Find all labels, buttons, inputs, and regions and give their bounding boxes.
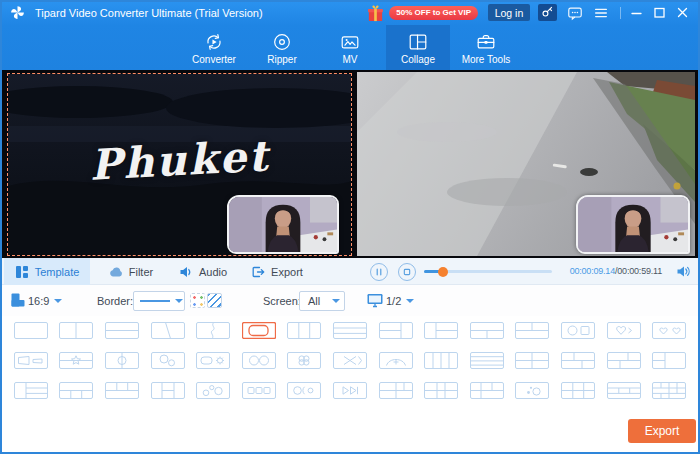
stop-button[interactable] <box>398 263 416 281</box>
template-option-20-gear[interactable] <box>196 352 230 369</box>
page-caret-icon[interactable] <box>406 299 414 303</box>
nav-tab-collage[interactable]: Collage <box>386 25 450 70</box>
maximize-button[interactable] <box>652 5 667 20</box>
nav-tab-mv[interactable]: MV <box>318 25 382 70</box>
audio-speaker-icon <box>179 265 193 279</box>
webcam-overlay[interactable] <box>227 195 339 254</box>
template-option-43-g32[interactable] <box>561 382 595 399</box>
volume-icon[interactable] <box>676 264 691 279</box>
template-option-42-dots[interactable] <box>515 382 549 399</box>
template-option-39-gr3[interactable] <box>379 382 413 399</box>
tab-audio[interactable]: Audio <box>172 258 234 285</box>
template-option-9-l2r1[interactable] <box>379 322 413 339</box>
tab-label: Template <box>35 266 80 278</box>
template-option-16-traps[interactable] <box>14 352 48 369</box>
template-option-18-circv[interactable] <box>105 352 139 369</box>
webcam-overlay[interactable] <box>576 195 690 254</box>
border-label: Border: <box>97 295 133 307</box>
template-option-41-mix[interactable] <box>470 382 504 399</box>
tab-label: Audio <box>199 266 227 278</box>
nav-tab-converter[interactable]: Converter <box>182 25 246 70</box>
template-option-38-arr2[interactable] <box>333 382 367 399</box>
template-option-34-mid[interactable] <box>151 382 185 399</box>
login-button[interactable]: Log in <box>488 4 530 21</box>
template-option-40-g32a[interactable] <box>424 382 458 399</box>
template-option-28-g22a[interactable] <box>561 352 595 369</box>
template-option-13-circsq[interactable] <box>561 322 595 339</box>
feedback-icon[interactable] <box>567 5 583 21</box>
nav-tab-more-tools[interactable]: More Tools <box>454 25 518 70</box>
template-option-8-h3[interactable] <box>333 322 367 339</box>
template-option-22-clover[interactable] <box>287 352 321 369</box>
template-option-35-ooo[interactable] <box>196 382 230 399</box>
template-option-21-OO[interactable] <box>242 352 276 369</box>
template-option-37-obo[interactable] <box>287 382 321 399</box>
template-option-27-g22[interactable] <box>515 352 549 369</box>
template-option-11-t1b2[interactable] <box>470 322 504 339</box>
template-option-3-h2[interactable] <box>105 322 139 339</box>
menu-icon[interactable] <box>593 5 609 21</box>
titlebar-divider <box>620 7 621 19</box>
template-option-30-l2big[interactable] <box>652 352 686 369</box>
nav-tab-label: Converter <box>192 55 236 65</box>
template-option-33-t3[interactable] <box>105 382 139 399</box>
page-indicator: 1/2 <box>386 295 401 307</box>
tab-export[interactable]: Export <box>244 258 310 285</box>
template-option-36-sq3[interactable] <box>242 382 276 399</box>
template-option-10-l1r2[interactable] <box>424 322 458 339</box>
template-option-44-h3m[interactable] <box>607 382 641 399</box>
template-option-19-oo[interactable] <box>151 352 185 369</box>
window-title: Tipard Video Converter Ultimate (Trial V… <box>35 7 263 19</box>
nav-tab-ripper[interactable]: Ripper <box>250 25 314 70</box>
template-option-6-pip[interactable] <box>242 322 276 339</box>
register-key-button[interactable] <box>538 4 557 21</box>
minimize-button[interactable] <box>629 5 644 20</box>
template-option-45-cx[interactable] <box>652 382 686 399</box>
border-color-button[interactable] <box>190 293 205 308</box>
template-option-15-hearts[interactable] <box>652 322 686 339</box>
template-option-7-v3[interactable] <box>287 322 321 339</box>
nav-tab-label: Collage <box>401 55 435 65</box>
border-pattern-button[interactable] <box>207 293 222 308</box>
template-option-32-b3[interactable] <box>59 382 93 399</box>
aspect-ratio-value[interactable]: 16:9 <box>28 295 49 307</box>
template-option-2-v2[interactable] <box>59 322 93 339</box>
template-option-1-blank[interactable] <box>14 322 48 339</box>
key-icon <box>541 5 554 21</box>
aspect-caret-icon[interactable] <box>54 299 62 303</box>
tab-template[interactable]: Template <box>4 258 90 285</box>
more-tools-icon <box>475 31 497 53</box>
tab-filter[interactable]: Filter <box>100 258 162 285</box>
tab-label: Filter <box>129 266 153 278</box>
close-button[interactable] <box>675 5 690 20</box>
screen-dropdown[interactable]: All <box>299 291 345 311</box>
progress-knob[interactable] <box>438 267 448 277</box>
template-option-17-star[interactable] <box>59 352 93 369</box>
promo-badge[interactable]: 50% OFF to Get VIP <box>389 6 478 20</box>
gift-icon[interactable] <box>366 4 385 25</box>
nav-bar: ConverterRipperMVCollageMore Tools <box>0 25 700 70</box>
progress-slider[interactable] <box>424 270 552 273</box>
pause-button[interactable] <box>370 263 388 281</box>
template-option-4-diag[interactable] <box>151 322 185 339</box>
template-option-14-blob[interactable] <box>607 322 641 339</box>
template-option-31-l1r3[interactable] <box>14 382 48 399</box>
aspect-ratio-icon[interactable] <box>9 291 27 309</box>
export-button[interactable]: Export <box>628 419 696 443</box>
template-option-5-curve[interactable] <box>196 322 230 339</box>
template-option-23-xbr[interactable] <box>333 352 367 369</box>
time-display: 00:00:09.14/00:00:59.11 <box>570 266 662 276</box>
filter-drop-icon <box>109 265 123 279</box>
template-option-29-g22b[interactable] <box>607 352 641 369</box>
nav-tab-label: More Tools <box>462 55 511 65</box>
template-option-24-arch[interactable] <box>379 352 413 369</box>
display-page-icon[interactable] <box>366 291 384 309</box>
border-style-dropdown[interactable] <box>133 291 185 311</box>
template-option-12-t2b1[interactable] <box>515 322 549 339</box>
template-option-25-v4[interactable] <box>424 352 458 369</box>
app-window: Tipard Video Converter Ultimate (Trial V… <box>0 0 700 454</box>
video-left[interactable]: Phuket <box>7 73 352 256</box>
video-right[interactable] <box>357 72 695 256</box>
template-option-26-h4[interactable] <box>470 352 504 369</box>
template-grid-icon <box>15 265 29 279</box>
